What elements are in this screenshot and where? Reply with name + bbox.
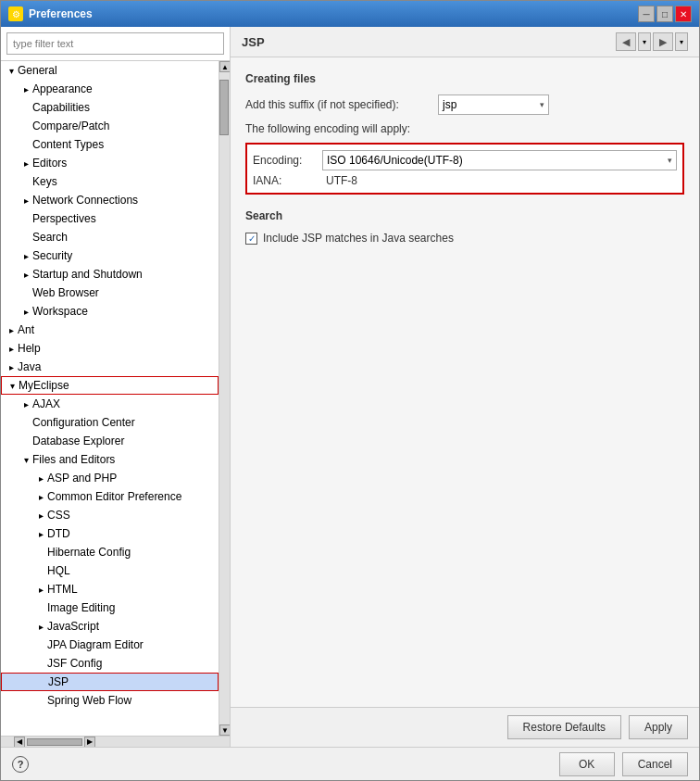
help-button[interactable]: ? xyxy=(12,756,29,773)
back-dropdown-button[interactable]: ▾ xyxy=(638,32,651,51)
tree-item-ajax[interactable]: AJAX xyxy=(1,395,219,413)
window-icon: ⚙ xyxy=(8,6,23,21)
tree-item-capabilities[interactable]: Capabilities xyxy=(1,98,219,117)
tree-item-hibernate-config[interactable]: Hibernate Config xyxy=(1,543,219,561)
tree-label-appearance: Appearance xyxy=(32,82,219,95)
tree-item-common-editor[interactable]: Common Editor Preference xyxy=(1,487,219,506)
page-title: JSP xyxy=(242,35,265,49)
tree-item-myeclipse[interactable]: MyEclipse xyxy=(1,376,219,395)
apply-button[interactable]: Apply xyxy=(629,715,688,739)
tree-label-image-editing: Image Editing xyxy=(47,601,219,614)
tree-item-jsp[interactable]: JSP xyxy=(1,673,219,691)
tree-label-editors: Editors xyxy=(32,157,219,170)
tree-item-editors[interactable]: Editors xyxy=(1,154,219,172)
tree-item-jsf-config[interactable]: JSF Config xyxy=(1,654,219,673)
expand-icon-security xyxy=(19,249,32,262)
tree-item-java[interactable]: Java xyxy=(1,358,219,376)
expand-icon-keys xyxy=(19,175,32,188)
expand-icon-search xyxy=(19,231,32,244)
restore-defaults-button[interactable]: Restore Defaults xyxy=(507,715,621,739)
tree-label-myeclipse: MyEclipse xyxy=(19,379,218,392)
tree-item-workspace[interactable]: Workspace xyxy=(1,302,219,321)
tree-item-hql[interactable]: HQL xyxy=(1,561,219,580)
tree-label-hql: HQL xyxy=(47,564,219,577)
tree-item-content-types[interactable]: Content Types xyxy=(1,135,219,154)
tree-container: General Appearance Capabilities Compare/… xyxy=(1,61,219,736)
tree-label-general: General xyxy=(18,64,219,77)
scroll-right-arrow[interactable]: ▶ xyxy=(84,737,95,748)
expand-icon-ajax xyxy=(19,397,32,410)
tree-label-spring-web-flow: Spring Web Flow xyxy=(47,694,219,707)
ok-button[interactable]: OK xyxy=(559,752,615,776)
expand-icon-workspace xyxy=(19,305,32,318)
tree-item-asp-php[interactable]: ASP and PHP xyxy=(1,469,219,487)
tree-label-security: Security xyxy=(32,249,219,262)
scroll-thumb[interactable] xyxy=(219,80,229,135)
scroll-up-arrow[interactable]: ▲ xyxy=(219,61,230,72)
scroll-down-arrow[interactable]: ▼ xyxy=(219,724,230,736)
tree-item-web-browser[interactable]: Web Browser xyxy=(1,283,219,302)
expand-icon-myeclipse xyxy=(6,379,19,392)
tree-item-keys[interactable]: Keys xyxy=(1,172,219,191)
tree-item-jpa-diagram-editor[interactable]: JPA Diagram Editor xyxy=(1,636,219,654)
creating-files-label: Creating files xyxy=(245,72,684,85)
tree-label-ajax: AJAX xyxy=(32,397,219,410)
encoding-value: ISO 10646/Unicode(UTF-8) xyxy=(327,154,463,167)
tree-label-javascript: JavaScript xyxy=(47,620,219,633)
tree-label-java: Java xyxy=(18,360,219,373)
close-button[interactable]: ✕ xyxy=(675,6,692,22)
tree-item-files-editors[interactable]: Files and Editors xyxy=(1,450,219,469)
jsp-matches-checkbox[interactable] xyxy=(245,233,257,245)
expand-icon-startup xyxy=(19,268,32,281)
expand-icon-ant xyxy=(5,323,18,336)
expand-icon-general xyxy=(5,64,18,77)
horizontal-scrollbar[interactable]: ◀ ▶ xyxy=(1,736,230,747)
tree-item-image-editing[interactable]: Image Editing xyxy=(1,598,219,617)
suffix-dropdown[interactable]: jsp ▾ xyxy=(438,94,549,115)
tree-item-startup-shutdown[interactable]: Startup and Shutdown xyxy=(1,265,219,283)
tree-label-network-connections: Network Connections xyxy=(32,194,219,207)
tree-item-general[interactable]: General xyxy=(1,61,219,80)
tree-item-css[interactable]: CSS xyxy=(1,506,219,524)
forward-dropdown-button[interactable]: ▾ xyxy=(675,32,688,51)
tree-item-javascript[interactable]: JavaScript xyxy=(1,617,219,636)
tree-item-database-explorer[interactable]: Database Explorer xyxy=(1,432,219,450)
tree-label-content-types: Content Types xyxy=(32,138,219,151)
back-button[interactable]: ◀ xyxy=(616,32,636,51)
maximize-button[interactable]: □ xyxy=(656,6,673,22)
tree-item-appearance[interactable]: Appearance xyxy=(1,80,219,98)
cancel-button[interactable]: Cancel xyxy=(622,752,688,776)
filter-input[interactable] xyxy=(6,32,224,55)
expand-icon-jsp xyxy=(35,675,48,688)
tree-item-network-connections[interactable]: Network Connections xyxy=(1,191,219,209)
suffix-label: Add this suffix (if not specified): xyxy=(245,98,431,111)
expand-icon-common-editor xyxy=(34,490,47,503)
tree-item-search[interactable]: Search xyxy=(1,228,219,246)
tree-item-perspectives[interactable]: Perspectives xyxy=(1,209,219,228)
vertical-scrollbar[interactable]: ▲ ▼ xyxy=(219,61,230,736)
tree-item-help[interactable]: Help xyxy=(1,339,219,358)
expand-icon-hibernate xyxy=(34,546,47,559)
expand-icon-help xyxy=(5,342,18,355)
tree-item-dtd[interactable]: DTD xyxy=(1,524,219,543)
nav-buttons: ◀ ▾ ▶ ▾ xyxy=(616,32,688,51)
scroll-left-arrow[interactable]: ◀ xyxy=(14,737,25,748)
tree-item-compare-patch[interactable]: Compare/Patch xyxy=(1,117,219,135)
expand-icon-files-editors xyxy=(19,453,32,466)
horiz-scroll-thumb[interactable] xyxy=(27,738,82,746)
tree-item-html[interactable]: HTML xyxy=(1,580,219,598)
title-bar-controls: ─ □ ✕ xyxy=(638,6,692,22)
tree-item-configuration-center[interactable]: Configuration Center xyxy=(1,413,219,432)
window-title: Preferences xyxy=(29,7,93,20)
minimize-button[interactable]: ─ xyxy=(638,6,655,22)
encoding-dropdown[interactable]: ISO 10646/Unicode(UTF-8) ▾ xyxy=(322,150,677,170)
tree-label-perspectives: Perspectives xyxy=(32,212,219,225)
right-body: Creating files Add this suffix (if not s… xyxy=(231,57,699,707)
tree-label-jpa-diagram-editor: JPA Diagram Editor xyxy=(47,638,219,651)
tree-item-ant[interactable]: Ant xyxy=(1,321,219,339)
preferences-window: ⚙ Preferences ─ □ ✕ General xyxy=(0,0,700,781)
tree-item-security[interactable]: Security xyxy=(1,246,219,265)
tree-item-spring-web-flow[interactable]: Spring Web Flow xyxy=(1,691,219,710)
expand-icon-dtd xyxy=(34,527,47,540)
forward-button[interactable]: ▶ xyxy=(653,32,673,51)
